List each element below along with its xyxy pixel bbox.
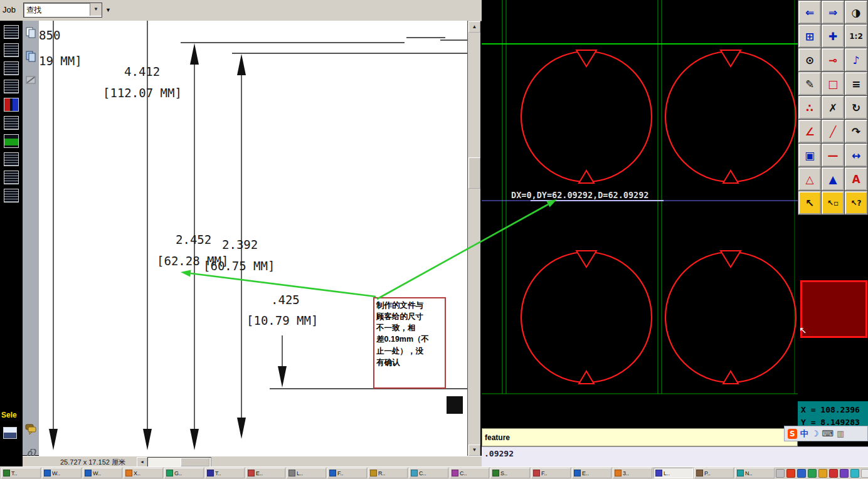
h-scrollbar-thumb[interactable] [181, 458, 209, 466]
dimension-label: [10.79 MM] [246, 313, 318, 327]
system-tray [776, 469, 868, 478]
taskbar-button[interactable]: F.. [531, 468, 571, 478]
edit-draw-button[interactable]: ✎ [798, 72, 821, 95]
scroll-left-button[interactable]: ◄ [137, 457, 147, 467]
tray-icon[interactable] [829, 469, 838, 478]
pages-icon[interactable] [24, 26, 37, 39]
polygon-outline-button[interactable]: △ [798, 167, 821, 191]
pan-left-button[interactable]: ⇐ [798, 1, 821, 24]
mini-window-icon[interactable] [3, 427, 17, 439]
net-points-button[interactable]: ∴ [798, 96, 821, 119]
taskbar-button[interactable]: R.. [368, 468, 408, 478]
text-tool-button[interactable]: A [845, 167, 867, 191]
layer-item-icon[interactable] [4, 80, 19, 93]
app-icon [3, 470, 10, 476]
layer-item-icon[interactable] [4, 98, 19, 112]
sogou-logo-icon[interactable]: S [788, 429, 797, 439]
layer-list-button[interactable]: ≡ [845, 72, 867, 95]
ime-language-bar[interactable]: S中☽⌨▥ [784, 426, 868, 441]
search-dropdown-button[interactable]: ▼ [90, 3, 102, 16]
dimension-label: 850 [39, 28, 60, 42]
app-icon [492, 470, 499, 476]
comments-icon[interactable] [24, 423, 37, 435]
coordinate-readout: X = 108.2396 Y = 8.149283 [798, 401, 868, 428]
cn-mode-icon[interactable]: 中 [800, 429, 808, 439]
attach-note-button[interactable]: ♪ [845, 48, 867, 71]
taskbar-button[interactable]: W.. [83, 468, 122, 478]
scroll-up-button[interactable]: ▲ [468, 21, 480, 33]
keyboard-icon[interactable]: ⌨ [822, 429, 834, 439]
taskbar-button[interactable]: P.. [694, 468, 734, 478]
tray-icon[interactable] [861, 469, 868, 478]
taskbar-button[interactable]: C.. [409, 468, 448, 478]
cad-viewport[interactable]: DX=0,DY=62.09292,D=62.09292 [482, 0, 798, 428]
taskbar-button[interactable]: E.. [572, 468, 611, 478]
combo-caret-icon[interactable]: ▼ [105, 7, 111, 13]
taskbar-button[interactable]: C.. [450, 468, 489, 478]
scroll-down-button[interactable]: ▼ [468, 445, 480, 456]
polygon-filled-button[interactable]: ▲ [822, 167, 844, 191]
pad-tool-button[interactable]: ▣ [798, 144, 821, 167]
select-window-button[interactable]: ↖▫ [822, 191, 844, 214]
toolbar-menu-icon[interactable]: ▥ [837, 429, 844, 439]
vertical-scrollbar[interactable]: ▲ ▼ [467, 21, 480, 456]
delete-button[interactable]: ✗ [822, 96, 844, 119]
layer-item-icon[interactable] [4, 134, 19, 148]
zoom-window-button[interactable]: ⊞ [798, 24, 821, 48]
taskbar-button[interactable]: 3.. [613, 468, 652, 478]
taskbar-button[interactable]: L.. [654, 468, 693, 478]
taskbar-button[interactable]: S.. [490, 468, 530, 478]
annotation-note[interactable]: 制作的文件与 顾客给的尺寸 不一致，相 差0.19mm（不 止一处），没 有确认 [373, 297, 446, 389]
drawing-canvas[interactable]: 85019 MM]4.412[112.07 MM]2.452[62.28 MM]… [39, 21, 467, 456]
taskbar-button[interactable]: L.. [287, 468, 326, 478]
taskbar-button[interactable]: X.. [124, 468, 163, 478]
taskbar-button[interactable]: G.. [164, 468, 204, 478]
dimension-label: [112.07 MM] [103, 86, 182, 100]
tray-icon[interactable] [776, 469, 785, 478]
redraw-button[interactable]: ◑ [845, 1, 867, 24]
app-icon [207, 470, 214, 476]
scrollbar-thumb[interactable] [468, 157, 480, 189]
layer-item-icon[interactable] [4, 43, 19, 57]
measure-point-button[interactable]: ⊸ [822, 48, 844, 71]
taskbar-button[interactable]: T.. [1, 468, 41, 478]
search-input[interactable] [25, 4, 89, 16]
attachments-icon[interactable] [24, 50, 37, 63]
taskbar-button[interactable]: N.. [735, 468, 775, 478]
frame-copy-button[interactable]: □ [822, 72, 844, 95]
draw-arc-button[interactable]: ↷ [845, 120, 867, 143]
scale-ratio-button[interactable]: 1:2 [845, 24, 867, 48]
app-icon [615, 470, 622, 476]
select-cursor-button[interactable]: ↖ [798, 191, 821, 214]
taskbar-button[interactable]: T.. [205, 468, 245, 478]
select-query-button[interactable]: ↖? [845, 191, 867, 214]
signature-icon[interactable] [24, 74, 37, 87]
rotate-button[interactable]: ↻ [845, 96, 867, 119]
taskbar-button[interactable]: W.. [42, 468, 82, 478]
layer-item-icon[interactable] [4, 189, 19, 203]
width-tool-button[interactable]: — [822, 144, 844, 167]
taskbar-button[interactable]: F.. [327, 468, 367, 478]
layer-item-icon[interactable] [4, 25, 19, 39]
tray-icon[interactable] [786, 469, 795, 478]
spacing-tool-button[interactable]: ↔ [845, 144, 867, 167]
pan-right-button[interactable]: ⇒ [822, 1, 844, 24]
layer-item-icon[interactable] [4, 61, 19, 75]
draw-line-button[interactable]: ╱ [822, 120, 844, 143]
search-combobox[interactable]: ▼ [23, 3, 102, 18]
layer-item-icon[interactable] [4, 116, 19, 130]
tray-icon[interactable] [818, 469, 827, 478]
tray-icon[interactable] [808, 469, 817, 478]
layer-item-icon[interactable] [4, 171, 19, 184]
layer-item-icon[interactable] [4, 152, 19, 166]
pan-center-button[interactable]: ✚ [822, 24, 844, 48]
horizontal-scrollbar[interactable] [147, 457, 211, 467]
tray-icon[interactable] [797, 469, 806, 478]
view-options-button[interactable]: ⊙ [798, 48, 821, 71]
taskbar-button[interactable]: E.. [246, 468, 285, 478]
tray-icon[interactable] [840, 469, 849, 478]
tray-icon[interactable] [850, 469, 859, 478]
active-color-swatch[interactable] [800, 280, 867, 338]
angle-measure-button[interactable]: ∠ [798, 120, 821, 143]
fullwidth-moon-icon[interactable]: ☽ [812, 429, 819, 439]
